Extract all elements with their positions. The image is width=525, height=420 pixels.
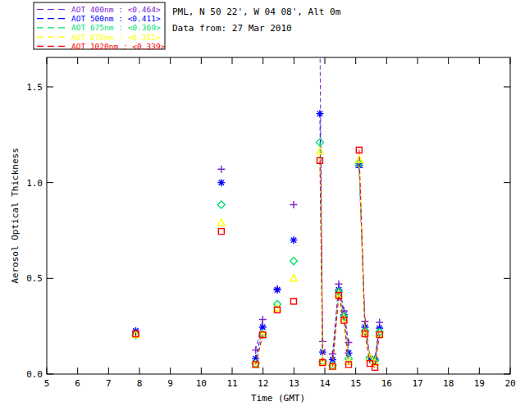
x-axis-title: Time (GMT): [251, 393, 305, 404]
legend-entry-label: AOT 675nm : <0.369>: [71, 23, 161, 32]
asterisk-marker: [217, 179, 225, 186]
legend-entry-label: AOT 1020nm : <0.339>: [71, 42, 166, 51]
x-tick-label: 14: [319, 378, 331, 389]
x-tick-label: 12: [258, 378, 268, 389]
plot-frame: [47, 57, 510, 374]
asterisk-marker: [273, 286, 281, 294]
diamond-marker: [217, 201, 225, 208]
square-marker: [218, 229, 224, 235]
chart-root: 5678910111213141516171819200.00.51.01.5A…: [26, 2, 516, 389]
x-tick-label: 7: [106, 378, 112, 389]
series-aot-1020nm: [133, 147, 382, 370]
x-tick-label: 19: [474, 378, 485, 389]
y-tick-label: 0.5: [26, 273, 43, 284]
triangle-marker: [218, 219, 226, 226]
legend-entry-label: AOT 870nm : <0.352>: [71, 33, 161, 42]
legend-entry-label: AOT 500nm : <0.411>: [71, 14, 161, 23]
station-location-text: PML, N 50 22', W 04 08', Alt 0m: [172, 7, 341, 17]
aot-plot-page: PML, N 50 22', W 04 08', Alt 0m Data fro…: [0, 0, 525, 420]
plus-marker: [217, 166, 225, 173]
x-tick-label: 10: [196, 378, 207, 389]
y-tick-label: 1.0: [26, 178, 43, 189]
aot-chart: PML, N 50 22', W 04 08', Alt 0m Data fro…: [0, 0, 525, 420]
x-tick-label: 13: [289, 378, 299, 389]
legend-entry-label: AOT 400nm : <0.464>: [71, 5, 161, 14]
x-tick-label: 11: [226, 378, 237, 389]
x-tick-label: 18: [443, 378, 454, 389]
y-tick-label: 1.5: [26, 82, 43, 93]
data-date-text: Data from: 27 Mar 2010: [172, 23, 292, 34]
plus-marker: [316, 35, 323, 43]
x-tick-label: 16: [381, 378, 392, 389]
asterisk-marker: [316, 110, 323, 117]
plus-marker: [290, 201, 297, 208]
x-tick-label: 9: [167, 378, 173, 389]
x-tick-label: 6: [75, 378, 80, 389]
x-tick-label: 8: [137, 378, 143, 389]
series-line: [256, 319, 263, 349]
y-tick-label: 0.0: [26, 369, 43, 380]
x-tick-label: 20: [504, 378, 515, 389]
x-tick-label: 15: [350, 378, 361, 389]
triangle-marker: [290, 275, 298, 281]
plus-marker: [252, 346, 259, 354]
y-axis-title: Aerosol Optical Thickness: [10, 148, 21, 284]
series-aot-500nm: [132, 110, 383, 363]
diamond-marker: [290, 258, 297, 265]
square-marker: [290, 299, 296, 304]
x-tick-label: 5: [44, 378, 50, 389]
asterisk-marker: [290, 236, 297, 244]
plus-marker: [259, 316, 267, 323]
x-tick-label: 17: [412, 378, 422, 389]
